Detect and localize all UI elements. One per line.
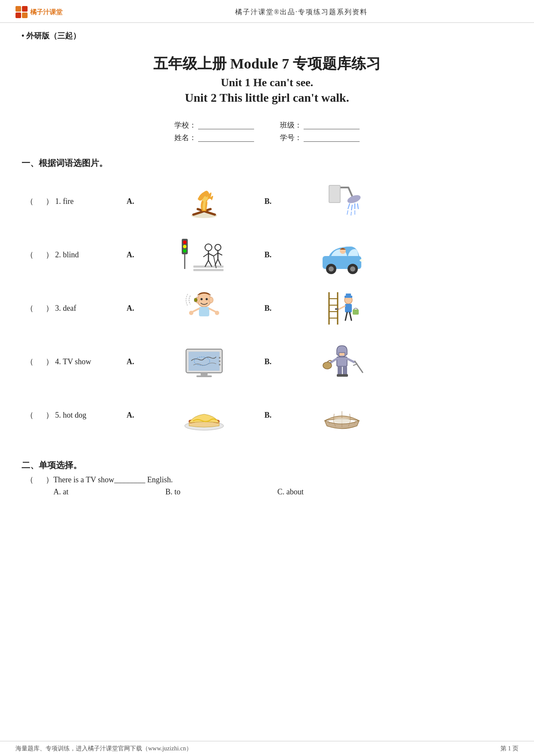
mc-q1-row: （ ） There is a TV show________ English. [22, 475, 512, 485]
svg-rect-76 [339, 353, 345, 356]
bracket-close: ） [46, 410, 53, 420]
name-label: 姓名： [174, 133, 196, 143]
bracket-close: ） [46, 303, 53, 313]
logo-icon [16, 6, 28, 18]
svg-point-15 [183, 241, 186, 244]
q1-image-b [307, 178, 376, 225]
school-field: 学校： [174, 120, 254, 130]
class-label: 班级： [280, 120, 302, 130]
svg-point-38 [350, 266, 355, 272]
edition-text: • 外研版（三起） [22, 31, 81, 40]
mc-bracket-open: （ [22, 475, 34, 485]
svg-rect-60 [346, 294, 351, 296]
number-field: 学号： [280, 133, 360, 143]
bracket-close: ） [46, 196, 53, 206]
logo-sq-2 [22, 6, 28, 12]
class-line [304, 122, 360, 129]
q3-label: 3. deaf [53, 304, 122, 313]
table-row: （ ） 2. blind A. [22, 231, 512, 278]
svg-point-96 [333, 418, 351, 423]
svg-rect-84 [343, 366, 347, 375]
svg-point-74 [219, 364, 220, 366]
main-title-area: 五年级上册 Module 7 专项题库练习 Unit 1 He can't se… [0, 41, 534, 109]
q4-image-b [307, 338, 376, 385]
footer-right: 第 1 页 [500, 745, 518, 753]
svg-line-64 [345, 312, 347, 320]
svg-line-81 [355, 361, 363, 372]
svg-line-30 [214, 253, 218, 256]
svg-rect-13 [329, 185, 340, 203]
main-title-en1: Unit 1 He can't see. [26, 76, 508, 89]
school-line [198, 122, 254, 129]
mc-q1-text: There is a TV show________ English. [53, 475, 512, 484]
logo-sq-1 [16, 6, 21, 12]
q3-optB: B. [260, 304, 307, 313]
svg-rect-71 [196, 375, 212, 377]
svg-point-4 [346, 194, 362, 205]
section2-title: 二、单项选择。 [22, 460, 82, 470]
q2-image-a [170, 231, 239, 278]
section1-title: 一、根据词语选图片。 [22, 158, 108, 168]
q3-optA: A. [122, 304, 170, 313]
svg-line-62 [338, 306, 345, 309]
svg-point-72 [219, 357, 220, 359]
svg-line-65 [350, 312, 351, 320]
svg-line-31 [218, 253, 222, 255]
q1-image-a [170, 178, 239, 225]
svg-rect-66 [353, 309, 359, 315]
table-row: （ ） 3. deaf A. [22, 284, 512, 332]
q3-image-a [170, 284, 239, 332]
svg-point-16 [183, 245, 186, 248]
bracket-open: （ [22, 250, 34, 260]
name-field: 姓名： [174, 133, 254, 143]
number-label: 学号： [280, 133, 302, 143]
svg-rect-68 [189, 352, 220, 371]
form-row-2: 姓名： 学号： [0, 133, 534, 143]
bracket-open: （ [22, 196, 34, 206]
logo-sq-3 [16, 12, 21, 18]
svg-point-50 [189, 311, 193, 315]
q2-image-b [307, 231, 376, 278]
q5-optA: A. [122, 411, 170, 420]
logo-text: 橘子汁课堂 [30, 8, 62, 16]
table-row: （ ） 1. fire A. B. [22, 178, 512, 225]
main-title-zh: 五年级上册 Module 7 专项题库练习 [26, 54, 508, 74]
svg-line-23 [203, 253, 208, 257]
mc-bracket-close: ） [46, 475, 53, 485]
svg-rect-86 [342, 374, 348, 377]
logo-sq-4 [22, 12, 28, 18]
logo-block: 橘子汁课堂 [16, 6, 84, 18]
school-label: 学校： [174, 120, 196, 130]
svg-rect-44 [194, 298, 197, 302]
table-row: （ ） 5. hot dog A. B. [22, 391, 512, 439]
svg-point-46 [206, 298, 208, 300]
mc-q1-options: A. at B. to C. about [22, 485, 512, 499]
form-fields: 学校： 班级： 姓名： 学号： [0, 118, 534, 145]
bracket-open: （ [22, 410, 34, 420]
svg-line-33 [218, 259, 221, 266]
section1-header: 一、根据词语选图片。 [0, 145, 534, 173]
q2-optB: B. [260, 250, 307, 259]
table-row: （ ） 4. TV show A. [22, 338, 512, 385]
svg-line-9 [347, 210, 348, 215]
q2-optA: A. [122, 250, 170, 259]
svg-point-73 [219, 360, 220, 362]
q1-label: 1. fire [53, 197, 122, 206]
svg-point-40 [360, 259, 364, 262]
svg-point-21 [205, 244, 212, 251]
svg-rect-61 [345, 304, 352, 312]
page-footer: 海量题库、专项训练，进入橘子汁课堂官网下载（www.juzizhi.cn） 第 … [0, 741, 534, 756]
page-header: 橘子汁课堂 橘子汁课堂®出品·专项练习题系列资料 [0, 0, 534, 23]
svg-point-51 [215, 311, 219, 315]
svg-rect-47 [199, 307, 209, 316]
svg-rect-63 [335, 308, 338, 310]
form-row-1: 学校： 班级： [0, 120, 534, 130]
header-title-text: 橘子汁课堂®出品·专项练习题系列资料 [235, 8, 368, 16]
svg-rect-19 [193, 266, 224, 268]
class-field: 班级： [280, 120, 360, 130]
header-title: 橘子汁课堂®出品·专项练习题系列资料 [84, 8, 518, 17]
number-line [304, 134, 360, 142]
bracket-open: （ [22, 303, 34, 313]
mc-opt-b: B. to [165, 487, 277, 497]
svg-rect-83 [338, 366, 342, 375]
